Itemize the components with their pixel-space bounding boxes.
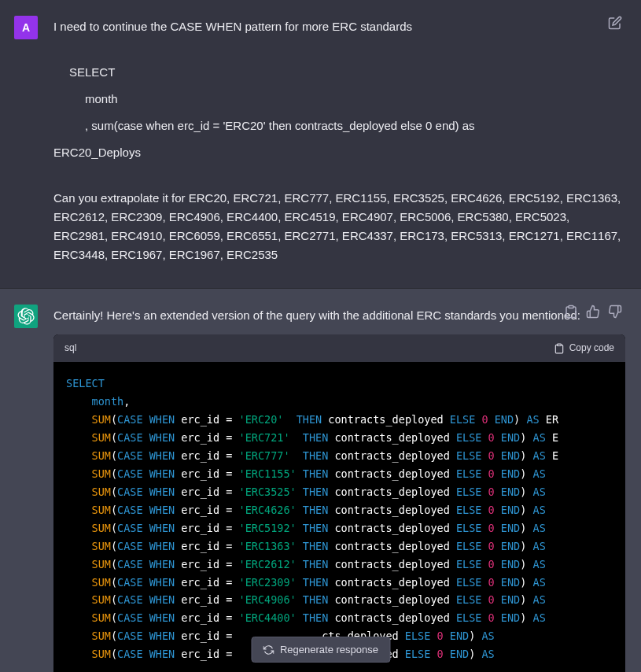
user-sql-line: SELECT <box>69 63 625 82</box>
edit-icon[interactable] <box>608 16 622 30</box>
user-actions <box>608 16 622 30</box>
user-sql-line: ERC20_Deploys <box>53 143 625 162</box>
user-text-line: Can you extrapolate it for ERC20, ERC721… <box>53 189 625 264</box>
assistant-actions <box>564 305 622 319</box>
code-header: sql Copy code <box>53 334 625 362</box>
code-block: sql Copy code SELECT month, SUM(CASE WHE… <box>53 334 625 672</box>
thumbs-up-icon[interactable] <box>586 305 600 319</box>
user-sql-line: , sum(case when erc_id = 'ERC20' then co… <box>85 116 625 135</box>
code-language-label: sql <box>64 341 76 356</box>
user-text-line: I need to continue the CASE WHEN pattern… <box>53 17 625 36</box>
assistant-avatar <box>14 305 38 328</box>
refresh-icon <box>263 644 274 655</box>
user-message: A I need to continue the CASE WHEN patte… <box>0 0 641 289</box>
svg-rect-0 <box>557 344 561 345</box>
sql-code: SELECT month, SUM(CASE WHEN erc_id = 'ER… <box>53 362 625 672</box>
svg-rect-1 <box>569 306 573 308</box>
assistant-intro: Certainly! Here's an extended version of… <box>53 306 625 325</box>
regenerate-label: Regenerate response <box>280 644 378 655</box>
regenerate-response-button[interactable]: Regenerate response <box>251 637 390 663</box>
user-avatar: A <box>14 16 38 39</box>
thumbs-down-icon[interactable] <box>608 305 622 319</box>
copy-code-label: Copy code <box>569 341 614 356</box>
user-content: I need to continue the CASE WHEN pattern… <box>53 16 625 272</box>
user-avatar-letter: A <box>22 19 30 36</box>
copy-icon[interactable] <box>564 305 578 319</box>
copy-code-button[interactable]: Copy code <box>554 341 614 356</box>
assistant-content: Certainly! Here's an extended version of… <box>53 305 625 672</box>
user-sql-line: month <box>85 90 625 109</box>
assistant-message: Certainly! Here's an extended version of… <box>0 289 641 672</box>
clipboard-icon <box>554 343 565 354</box>
